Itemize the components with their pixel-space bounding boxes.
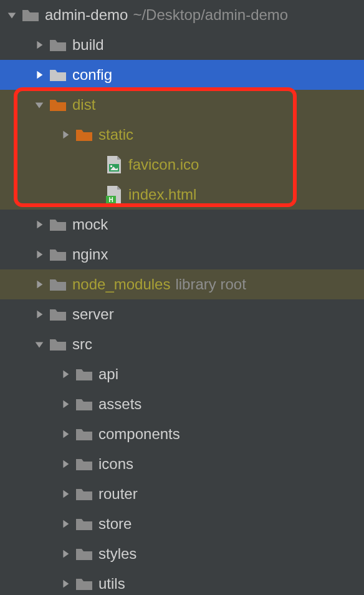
tree-item-label: components bbox=[98, 425, 180, 443]
folder-icon bbox=[74, 397, 95, 412]
tree-item-label: config bbox=[72, 66, 112, 84]
svg-text:H: H bbox=[108, 196, 113, 203]
folder-icon bbox=[47, 307, 69, 322]
chevron-down-icon[interactable] bbox=[31, 339, 47, 350]
tree-item-label: styles bbox=[98, 545, 136, 563]
folder-icon bbox=[47, 217, 69, 232]
tree-item-label: api bbox=[98, 365, 118, 383]
chevron-down-icon[interactable] bbox=[4, 9, 20, 21]
tree-item-label: mock bbox=[72, 216, 108, 233]
chevron-right-icon[interactable] bbox=[31, 39, 47, 51]
tree-item-label: favicon.ico bbox=[128, 156, 199, 173]
folder-excluded-icon bbox=[74, 127, 95, 142]
tree-row[interactable]: api bbox=[0, 359, 364, 389]
tree-item-label: static bbox=[98, 126, 133, 143]
chevron-right-icon[interactable] bbox=[57, 399, 74, 410]
tree-item-label: admin-demo bbox=[45, 6, 128, 24]
tree-item-label: dist bbox=[72, 96, 95, 114]
tree-item-label: router bbox=[98, 485, 138, 503]
tree-row-selected[interactable]: config bbox=[0, 60, 364, 90]
tree-item-label: index.html bbox=[128, 186, 196, 203]
chevron-right-icon[interactable] bbox=[57, 369, 74, 380]
tree-row[interactable]: components bbox=[0, 419, 364, 449]
chevron-right-icon[interactable] bbox=[57, 518, 74, 530]
tree-item-label: icons bbox=[98, 455, 133, 473]
tree-row[interactable]: styles bbox=[0, 539, 364, 569]
chevron-right-icon[interactable] bbox=[57, 578, 74, 589]
folder-icon bbox=[74, 486, 95, 501]
tree-item-hint: library root bbox=[175, 276, 246, 293]
tree-row[interactable]: utils bbox=[0, 569, 364, 595]
chevron-right-icon[interactable] bbox=[31, 279, 47, 290]
tree-row[interactable]: static bbox=[0, 120, 364, 150]
tree-row[interactable]: H index.html bbox=[0, 180, 364, 210]
folder-icon bbox=[74, 576, 95, 591]
folder-icon bbox=[47, 67, 69, 82]
tree-item-label: src bbox=[72, 336, 92, 353]
tree-row[interactable]: mock bbox=[0, 210, 364, 239]
folder-icon bbox=[20, 7, 41, 22]
chevron-right-icon[interactable] bbox=[31, 219, 47, 230]
tree-item-label: utils bbox=[98, 575, 125, 593]
folder-excluded-icon bbox=[47, 97, 69, 112]
tree-row[interactable]: icons bbox=[0, 449, 364, 479]
folder-icon bbox=[47, 37, 69, 52]
tree-row[interactable]: router bbox=[0, 479, 364, 509]
tree-item-label: assets bbox=[98, 395, 141, 413]
tree-row[interactable]: node_modules library root bbox=[0, 269, 364, 299]
folder-icon bbox=[74, 457, 95, 472]
folder-icon bbox=[74, 516, 95, 531]
folder-icon bbox=[74, 427, 95, 442]
tree-item-label: store bbox=[98, 515, 132, 533]
chevron-right-icon[interactable] bbox=[57, 428, 74, 440]
image-file-icon bbox=[103, 155, 125, 174]
svg-rect-1 bbox=[110, 165, 112, 167]
folder-icon bbox=[47, 247, 69, 262]
chevron-down-icon[interactable] bbox=[31, 99, 47, 110]
chevron-right-icon[interactable] bbox=[57, 488, 74, 500]
tree-row[interactable]: dist bbox=[0, 90, 364, 120]
html-file-icon: H bbox=[103, 185, 125, 204]
folder-icon bbox=[47, 277, 69, 292]
folder-icon bbox=[74, 367, 95, 382]
project-tree: admin-demo ~/Desktop/admin-demo build co… bbox=[0, 0, 364, 595]
tree-row-root[interactable]: admin-demo ~/Desktop/admin-demo bbox=[0, 0, 364, 30]
folder-icon bbox=[74, 546, 95, 561]
chevron-right-icon[interactable] bbox=[31, 249, 47, 260]
tree-row[interactable]: src bbox=[0, 329, 364, 359]
chevron-right-icon[interactable] bbox=[57, 548, 74, 559]
chevron-right-icon[interactable] bbox=[31, 69, 47, 80]
tree-row[interactable]: store bbox=[0, 509, 364, 539]
tree-row[interactable]: server bbox=[0, 299, 364, 329]
tree-row[interactable]: nginx bbox=[0, 239, 364, 269]
tree-item-label: build bbox=[72, 36, 104, 54]
chevron-right-icon[interactable] bbox=[57, 129, 74, 140]
tree-item-label: node_modules bbox=[72, 276, 170, 293]
tree-item-label: server bbox=[72, 306, 114, 323]
tree-row[interactable]: build bbox=[0, 30, 364, 60]
tree-row[interactable]: favicon.ico bbox=[0, 150, 364, 180]
folder-icon bbox=[47, 337, 69, 352]
chevron-right-icon[interactable] bbox=[57, 458, 74, 470]
chevron-right-icon[interactable] bbox=[31, 309, 47, 320]
tree-item-label: nginx bbox=[72, 246, 108, 263]
tree-row[interactable]: assets bbox=[0, 389, 364, 419]
tree-item-path: ~/Desktop/admin-demo bbox=[133, 6, 288, 24]
